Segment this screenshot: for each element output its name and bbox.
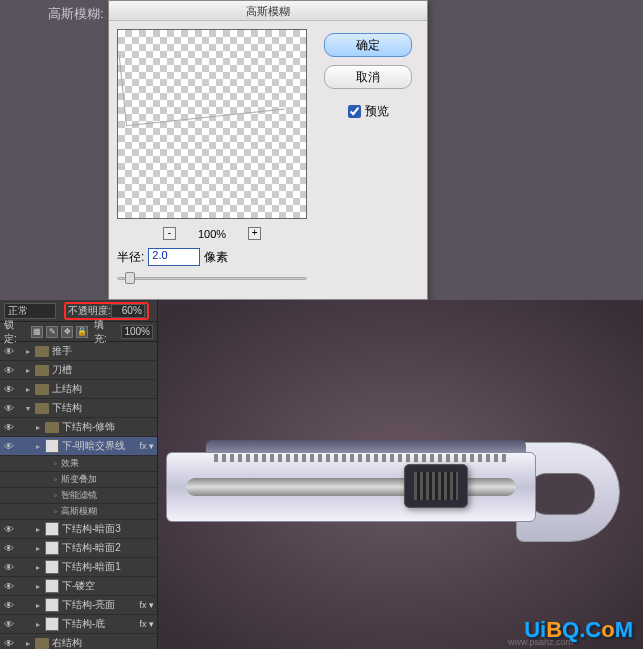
radius-input[interactable]: 2.0 bbox=[148, 248, 200, 266]
layer-thumbnail bbox=[45, 439, 59, 453]
watermark: UiBQ.CoM bbox=[524, 617, 633, 643]
visibility-toggle-icon[interactable]: 👁 bbox=[2, 543, 16, 554]
blend-mode-select[interactable]: 正常 bbox=[4, 303, 56, 319]
preview-checkbox-label: 预览 bbox=[365, 103, 389, 120]
opacity-input[interactable]: 60% bbox=[111, 304, 145, 318]
layer-row[interactable]: 👁▸推手 bbox=[0, 342, 157, 361]
layer-thumbnail bbox=[45, 598, 59, 612]
layer-name-label: 下结构-亮面 bbox=[62, 598, 139, 612]
layer-row[interactable]: 👁▸下-镂空 bbox=[0, 577, 157, 596]
lock-position-icon[interactable]: ✥ bbox=[61, 326, 73, 338]
expand-icon[interactable]: ▸ bbox=[36, 442, 45, 451]
visibility-toggle-icon[interactable]: 👁 bbox=[2, 600, 16, 611]
layer-thumbnail bbox=[45, 560, 59, 574]
zoom-value: 100% bbox=[198, 228, 226, 240]
preview-checkbox[interactable] bbox=[348, 105, 361, 118]
visibility-toggle-icon[interactable]: 👁 bbox=[2, 422, 16, 433]
layer-row[interactable]: 👁▾下结构 bbox=[0, 399, 157, 418]
visibility-toggle-icon[interactable]: 👁 bbox=[2, 403, 16, 414]
layer-effect[interactable]: ◦效果 bbox=[0, 456, 157, 472]
expand-icon[interactable]: ▸ bbox=[36, 525, 45, 534]
gaussian-blur-dialog: 高斯模糊 - 100% + 半径: 2.0 像素 确定 取消 bbox=[108, 0, 428, 300]
visibility-toggle-icon[interactable]: 👁 bbox=[2, 581, 16, 592]
folder-icon bbox=[35, 638, 49, 649]
layer-name-label: 右结构 bbox=[52, 636, 157, 649]
visibility-toggle-icon[interactable]: 👁 bbox=[2, 384, 16, 395]
layer-name-label: 下结构-暗面1 bbox=[62, 560, 157, 574]
layer-thumbnail bbox=[45, 579, 59, 593]
radius-unit: 像素 bbox=[204, 249, 228, 266]
zoom-in-button[interactable]: + bbox=[248, 227, 261, 240]
folder-icon bbox=[35, 346, 49, 357]
expand-icon[interactable]: ▸ bbox=[36, 563, 45, 572]
folder-icon bbox=[35, 365, 49, 376]
context-label: 高斯模糊: bbox=[48, 5, 104, 23]
layer-name-label: 下结构-暗面3 bbox=[62, 522, 157, 536]
layer-name-label: 下结构 bbox=[52, 401, 157, 415]
expand-icon[interactable]: ▸ bbox=[26, 639, 35, 648]
layer-name-label: 下结构-暗面2 bbox=[62, 541, 157, 555]
preview-checkbox-row[interactable]: 预览 bbox=[348, 103, 389, 120]
layer-name-label: 下-明暗交界线 bbox=[62, 439, 139, 453]
canvas-area[interactable]: www.psahz.com UiBQ.CoM bbox=[158, 300, 643, 649]
layer-row[interactable]: 👁▸下结构-底fx ▾ bbox=[0, 615, 157, 634]
expand-icon[interactable]: ▸ bbox=[36, 423, 45, 432]
visibility-toggle-icon[interactable]: 👁 bbox=[2, 441, 16, 452]
layer-row[interactable]: 👁▸下结构-暗面1 bbox=[0, 558, 157, 577]
layer-name-label: 下结构-底 bbox=[62, 617, 139, 631]
layer-name-label: 上结构 bbox=[52, 382, 157, 396]
fx-badge[interactable]: fx ▾ bbox=[139, 619, 157, 629]
folder-icon bbox=[35, 403, 49, 414]
layer-row[interactable]: 👁▸下-明暗交界线fx ▾ bbox=[0, 437, 157, 456]
visibility-toggle-icon[interactable]: 👁 bbox=[2, 524, 16, 535]
fill-input[interactable]: 100% bbox=[121, 325, 153, 339]
expand-icon[interactable]: ▾ bbox=[26, 404, 35, 413]
layer-name-label: 下结构-修饰 bbox=[62, 420, 157, 434]
knife-illustration bbox=[166, 440, 620, 550]
layer-row[interactable]: 👁▸下结构-修饰 bbox=[0, 418, 157, 437]
visibility-toggle-icon[interactable]: 👁 bbox=[2, 365, 16, 376]
slider-thumb[interactable] bbox=[125, 272, 135, 284]
lock-all-icon[interactable]: 🔒 bbox=[76, 326, 88, 338]
layer-name-label: 下-镂空 bbox=[62, 579, 157, 593]
radius-slider[interactable] bbox=[117, 272, 307, 286]
fx-badge[interactable]: fx ▾ bbox=[139, 441, 157, 451]
expand-icon[interactable]: ▸ bbox=[26, 385, 35, 394]
visibility-toggle-icon[interactable]: 👁 bbox=[2, 346, 16, 357]
layer-effect[interactable]: ◦高斯模糊 bbox=[0, 504, 157, 520]
layer-thumbnail bbox=[45, 522, 59, 536]
layer-name-label: 推手 bbox=[52, 344, 157, 358]
expand-icon[interactable]: ▸ bbox=[36, 582, 45, 591]
opacity-label: 不透明度: bbox=[68, 304, 111, 318]
layer-row[interactable]: 👁▸下结构-暗面3 bbox=[0, 520, 157, 539]
layer-row[interactable]: 👁▸下结构-亮面fx ▾ bbox=[0, 596, 157, 615]
expand-icon[interactable]: ▸ bbox=[36, 544, 45, 553]
dialog-title: 高斯模糊 bbox=[109, 1, 427, 21]
expand-icon[interactable]: ▸ bbox=[26, 366, 35, 375]
layer-row[interactable]: 👁▸刀槽 bbox=[0, 361, 157, 380]
layers-panel: 正常 不透明度: 60% 锁定: ▦ ✎ ✥ 🔒 填充: 100% 👁▸推手👁▸… bbox=[0, 300, 158, 649]
ok-button[interactable]: 确定 bbox=[324, 33, 412, 57]
fx-badge[interactable]: fx ▾ bbox=[139, 600, 157, 610]
layer-effect[interactable]: ◦智能滤镜 bbox=[0, 488, 157, 504]
folder-icon bbox=[35, 384, 49, 395]
layer-thumbnail bbox=[45, 617, 59, 631]
visibility-toggle-icon[interactable]: 👁 bbox=[2, 619, 16, 630]
expand-icon[interactable]: ▸ bbox=[36, 620, 45, 629]
visibility-toggle-icon[interactable]: 👁 bbox=[2, 562, 16, 573]
layer-effect[interactable]: ◦斯变叠加 bbox=[0, 472, 157, 488]
layer-thumbnail bbox=[45, 541, 59, 555]
preview-canvas[interactable] bbox=[117, 29, 307, 219]
lock-pixels-icon[interactable]: ✎ bbox=[46, 326, 58, 338]
lock-transparent-icon[interactable]: ▦ bbox=[31, 326, 43, 338]
cancel-button[interactable]: 取消 bbox=[324, 65, 412, 89]
expand-icon[interactable]: ▸ bbox=[36, 601, 45, 610]
layer-list[interactable]: 👁▸推手👁▸刀槽👁▸上结构👁▾下结构👁▸下结构-修饰👁▸下-明暗交界线fx ▾◦… bbox=[0, 342, 157, 649]
layer-row[interactable]: 👁▸下结构-暗面2 bbox=[0, 539, 157, 558]
layer-row[interactable]: 👁▸右结构 bbox=[0, 634, 157, 649]
visibility-toggle-icon[interactable]: 👁 bbox=[2, 638, 16, 649]
layer-name-label: 刀槽 bbox=[52, 363, 157, 377]
zoom-out-button[interactable]: - bbox=[163, 227, 176, 240]
layer-row[interactable]: 👁▸上结构 bbox=[0, 380, 157, 399]
expand-icon[interactable]: ▸ bbox=[26, 347, 35, 356]
